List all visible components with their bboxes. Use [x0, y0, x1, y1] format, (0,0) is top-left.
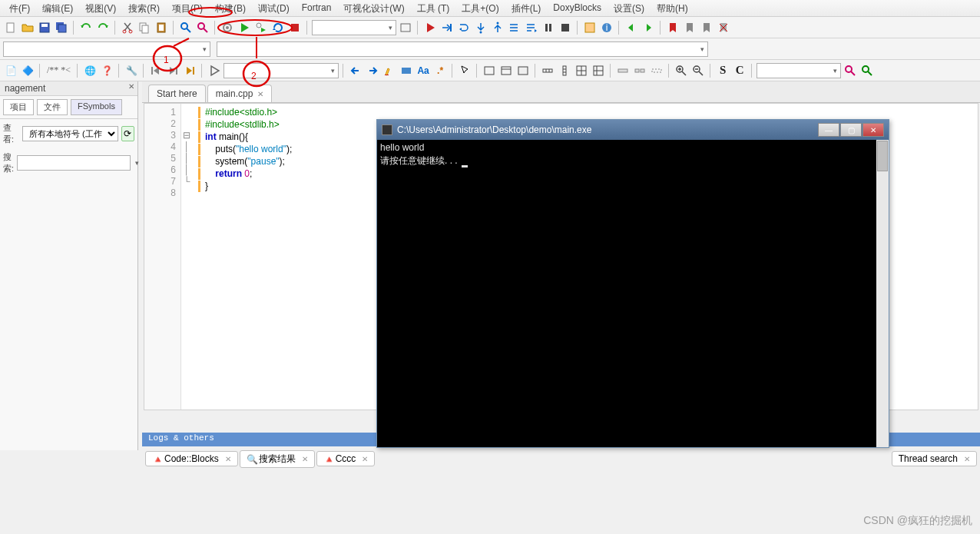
frame-icon[interactable] [498, 63, 514, 78]
menu-settings[interactable]: 设置(S) [608, 0, 651, 16]
run-icon[interactable] [237, 20, 252, 35]
jump-back-icon[interactable] [624, 20, 639, 35]
doxy-block-icon[interactable]: /** *< [45, 63, 73, 78]
btab-codeblocks[interactable]: 🔺Code::Blocks✕ [145, 451, 238, 466]
search-combo[interactable] [757, 63, 841, 78]
replace-icon[interactable] [195, 20, 210, 35]
mgmt-tab-projects[interactable]: 项目 [3, 99, 34, 115]
save-all-icon[interactable] [54, 20, 69, 35]
menu-project[interactable]: 项目(P) [166, 0, 209, 16]
bookmark-prev-icon[interactable] [682, 20, 697, 35]
fold-column[interactable]: ⊟│││└ [181, 104, 192, 410]
s-letter-icon[interactable]: S [715, 63, 730, 78]
next-func-icon[interactable] [165, 63, 180, 78]
menu-build[interactable]: 构建(B) [209, 0, 252, 16]
step-into-instr-icon[interactable] [524, 20, 539, 35]
menu-doxyblocks[interactable]: DoxyBlocks [547, 0, 608, 16]
next-line-icon[interactable] [456, 20, 472, 35]
select-icon[interactable] [399, 63, 414, 78]
target-icon[interactable] [398, 20, 413, 35]
step-into-icon[interactable] [473, 20, 488, 35]
doxy-icon[interactable]: 📄 [3, 63, 18, 78]
build-target-combo[interactable] [312, 20, 396, 35]
console-titlebar[interactable]: C:\Users\Administrator\Desktop\demo\main… [377, 120, 889, 140]
console-scrollbar[interactable] [876, 140, 889, 447]
zoom-out-icon[interactable] [690, 63, 706, 78]
undo-icon[interactable] [78, 20, 94, 35]
redo-icon[interactable] [95, 20, 111, 35]
menu-tools[interactable]: 工具 (T) [411, 0, 456, 16]
find-options-icon[interactable] [843, 63, 858, 78]
zoom-in-icon[interactable] [674, 63, 689, 78]
doxy-html-icon[interactable]: 🌐 [82, 63, 98, 78]
regex-icon[interactable]: .* [432, 63, 448, 78]
console-minimize-button[interactable]: — [818, 123, 839, 137]
c-letter-icon[interactable]: C [732, 63, 747, 78]
console-maximize-button[interactable]: ▢ [840, 123, 862, 137]
doxy-run-icon[interactable]: 🔷 [20, 63, 35, 78]
debug-windows-icon[interactable] [582, 20, 598, 35]
forward-icon[interactable] [365, 63, 380, 78]
spacer3-icon[interactable] [649, 63, 664, 78]
menu-file[interactable]: 件(F) [3, 0, 36, 16]
back-icon[interactable] [348, 63, 363, 78]
bookmark-clear-icon[interactable] [716, 20, 731, 35]
prev-func-icon[interactable] [148, 63, 164, 78]
doxy-chm-icon[interactable]: ❓ [99, 63, 114, 78]
console-window[interactable]: C:\Users\Administrator\Desktop\demo\main… [376, 119, 889, 448]
btab-threadsearch[interactable]: Thread search✕ [892, 451, 977, 466]
tab-start-here[interactable]: Start here [148, 85, 206, 102]
cut-icon[interactable] [120, 20, 135, 35]
stop-debugger-icon[interactable] [558, 20, 573, 35]
fortran-combo[interactable] [223, 63, 339, 78]
highlight-icon[interactable] [382, 63, 397, 78]
rebuild-icon[interactable] [270, 20, 286, 35]
next-instr-icon[interactable] [507, 20, 522, 35]
run-to-cursor-icon[interactable] [439, 20, 455, 35]
close-icon[interactable]: ✕ [302, 455, 308, 463]
console-close-button[interactable]: ✕ [862, 123, 884, 137]
symbol-search-input[interactable] [17, 155, 131, 171]
close-icon[interactable]: ✕ [225, 455, 231, 463]
find-icon[interactable] [178, 20, 194, 35]
new-file-icon[interactable] [3, 20, 18, 35]
dialog-icon[interactable] [482, 63, 497, 78]
grid-sizer-icon[interactable] [574, 63, 589, 78]
last-func-icon[interactable] [182, 63, 197, 78]
paste-icon[interactable] [154, 20, 169, 35]
menu-plugins[interactable]: 插件(L) [505, 0, 548, 16]
info-icon[interactable]: i [599, 20, 614, 35]
mgmt-tab-fsymbols[interactable]: FSymbols [71, 99, 122, 115]
tab-close-icon[interactable]: ✕ [257, 90, 263, 98]
step-out-icon[interactable] [490, 20, 505, 35]
menu-view[interactable]: 视图(V) [79, 0, 122, 16]
save-icon[interactable] [37, 20, 52, 35]
flex-sizer-icon[interactable] [591, 63, 606, 78]
menu-help[interactable]: 帮助(H) [651, 0, 694, 16]
spacer2-icon[interactable] [632, 63, 647, 78]
mgmt-tab-files[interactable]: 文件 [37, 99, 68, 115]
sizer-v-icon[interactable] [557, 63, 572, 78]
tab-main-cpp[interactable]: main.cpp✕ [207, 85, 273, 102]
btab-searchresults[interactable]: 🔍搜索结果✕ [240, 450, 315, 468]
open-file-icon[interactable] [20, 20, 35, 35]
fortran-compile-icon[interactable] [207, 63, 222, 78]
spacer1-icon[interactable] [615, 63, 631, 78]
build-icon[interactable] [220, 20, 235, 35]
break-debugger-icon[interactable] [541, 20, 556, 35]
jump-fwd-icon[interactable] [641, 20, 656, 35]
sizer-h-icon[interactable] [540, 63, 555, 78]
symbol-combo[interactable] [217, 41, 708, 57]
menu-debug[interactable]: 调试(D) [252, 0, 296, 16]
doxy-config-icon[interactable]: 🔧 [124, 63, 139, 78]
case-icon[interactable]: Aa [416, 63, 431, 78]
abort-icon[interactable] [287, 20, 303, 35]
scope-combo[interactable] [3, 41, 210, 57]
panel-icon[interactable] [515, 63, 531, 78]
menu-fortran[interactable]: Fortran [296, 0, 338, 16]
look-select[interactable]: 所有本地符号 (工作 [22, 126, 118, 141]
bookmark-toggle-icon[interactable] [665, 20, 680, 35]
cursor-icon[interactable] [457, 63, 472, 78]
management-close-icon[interactable]: ✕ [128, 82, 134, 91]
find-thread-icon[interactable] [859, 63, 875, 78]
